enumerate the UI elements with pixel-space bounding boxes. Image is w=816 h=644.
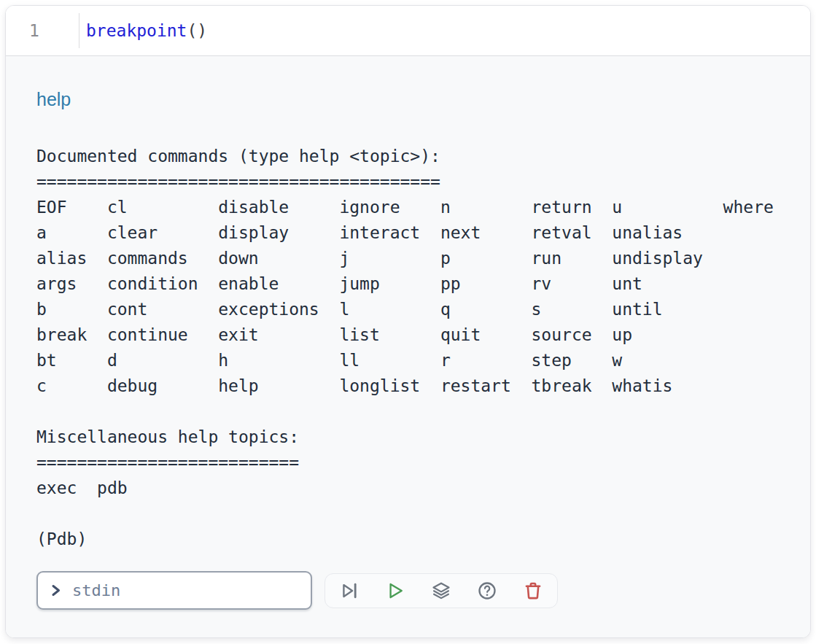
line-number-gutter: 1 xyxy=(6,13,79,48)
code-line[interactable]: breakpoint() xyxy=(79,21,207,40)
command-echo: help xyxy=(36,87,780,112)
run-button[interactable] xyxy=(383,578,408,603)
stack-button[interactable] xyxy=(429,578,454,603)
debugger-cell: 1 breakpoint() help Documented commands … xyxy=(5,5,811,638)
io-row xyxy=(36,571,780,610)
console-output: Documented commands (type help <topic>):… xyxy=(36,144,780,552)
code-editor[interactable]: 1 breakpoint() xyxy=(6,6,810,55)
code-punctuation: () xyxy=(187,21,207,40)
debugger-output-panel: help Documented commands (type help <top… xyxy=(6,56,810,637)
layers-icon xyxy=(431,581,451,601)
trash-icon xyxy=(523,581,543,601)
clear-button[interactable] xyxy=(521,578,545,603)
line-number: 1 xyxy=(29,21,39,40)
help-circle-icon xyxy=(477,581,497,601)
code-function-name: breakpoint xyxy=(86,21,187,40)
help-button[interactable] xyxy=(475,578,500,603)
stdin-inputbox[interactable] xyxy=(36,571,312,610)
step-next-icon xyxy=(339,581,360,601)
stdin-input[interactable] xyxy=(72,581,300,600)
debugger-toolbar xyxy=(325,573,558,608)
step-next-button[interactable] xyxy=(337,578,362,603)
chevron-right-icon xyxy=(49,583,63,597)
play-icon xyxy=(385,581,405,601)
